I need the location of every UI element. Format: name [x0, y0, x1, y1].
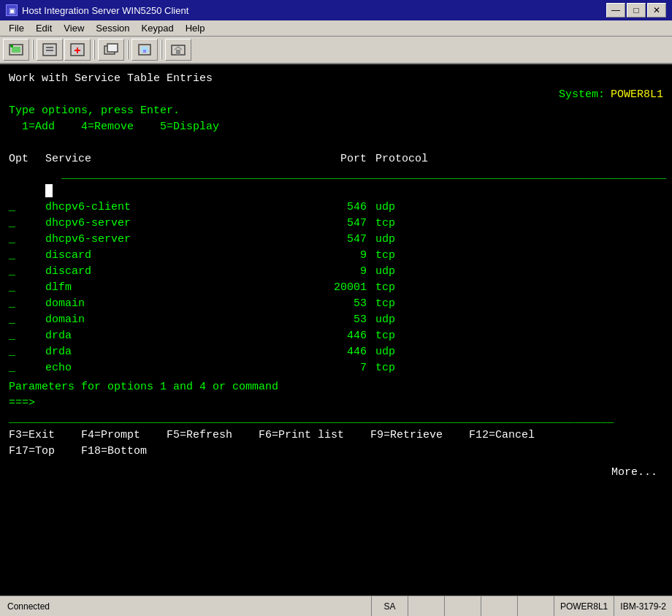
- menu-help[interactable]: Help: [180, 21, 211, 35]
- row-opt: _: [9, 328, 45, 343]
- maximize-button[interactable]: □: [627, 3, 646, 18]
- row-service: dhcpv6-server: [45, 232, 323, 247]
- row-protocol: udp: [367, 199, 395, 215]
- system-value: POWER8L1: [611, 87, 663, 102]
- row-protocol: tcp: [367, 280, 395, 295]
- status-seg-4: [481, 596, 517, 616]
- row-service: discard: [45, 248, 323, 263]
- system-line: System: POWER8L1: [9, 86, 663, 102]
- row-protocol: tcp: [367, 248, 395, 263]
- status-connected: Connected: [0, 601, 371, 612]
- svg-rect-5: [46, 47, 53, 48]
- toolbar-btn-3[interactable]: [64, 39, 91, 61]
- toolbar-sep-1: [32, 40, 34, 59]
- menu-keypad[interactable]: Keypad: [136, 21, 180, 35]
- menu-session[interactable]: Session: [90, 21, 135, 35]
- app-icon: ▣: [6, 4, 18, 16]
- row-service: echo: [45, 360, 323, 376]
- toolbar-btn-4[interactable]: [98, 39, 124, 61]
- terminal-area[interactable]: Work with Service Table Entries System: …: [0, 64, 672, 596]
- menu-file[interactable]: File: [3, 21, 30, 35]
- separator-line: ________________________________________…: [9, 167, 663, 183]
- toolbar-btn-2[interactable]: [37, 39, 63, 61]
- menu-edit[interactable]: Edit: [30, 21, 58, 35]
- row-port: 20001: [323, 280, 367, 295]
- status-system: POWER8L1: [554, 596, 614, 616]
- screen-title: Work with Service Table Entries: [9, 71, 213, 86]
- row-protocol: tcp: [367, 328, 395, 343]
- row-protocol: udp: [367, 312, 395, 327]
- more-indicator: More...: [611, 466, 657, 479]
- table-row: _ dlfm 20001 tcp: [9, 279, 663, 295]
- status-terminal: IBM-3179-2: [614, 596, 672, 616]
- row-port: 9: [323, 264, 367, 279]
- row-opt: _: [9, 216, 45, 231]
- toolbar-btn-5[interactable]: [131, 39, 158, 61]
- instructions-line: Type options, press Enter.: [9, 102, 663, 118]
- row-port: 547: [323, 216, 367, 231]
- row-service: domain: [45, 312, 323, 327]
- table-body: _ dhcpv6-client 546 udp _ dhcpv6-server …: [9, 199, 663, 376]
- cmd-input[interactable]: [38, 397, 476, 409]
- table-row: _ discard 9 tcp: [9, 247, 663, 263]
- row-protocol: tcp: [367, 296, 395, 311]
- title-bar: ▣ Host Integration Server WIN5250 Client…: [0, 0, 672, 20]
- row-port: 53: [323, 296, 367, 311]
- row-opt: _: [9, 296, 45, 311]
- table-row: _ dhcpv6-server 547 tcp: [9, 215, 663, 231]
- row-opt: _: [9, 199, 45, 215]
- menu-view[interactable]: View: [58, 21, 90, 35]
- cursor: [45, 184, 53, 197]
- svg-point-2: [10, 45, 13, 47]
- fkeys-line-1: F3=Exit F4=Prompt F5=Refresh F6=Print li…: [9, 427, 663, 443]
- row-opt: _: [9, 344, 45, 360]
- toolbar-sep-3: [127, 40, 129, 59]
- table-row: _ drda 446 tcp: [9, 327, 663, 343]
- row-port: 9: [323, 248, 367, 263]
- params-line: Parameters for options 1 and 4 or comman…: [9, 379, 663, 395]
- row-opt: _: [9, 312, 45, 327]
- params-text: Parameters for options 1 and 4 or comman…: [9, 379, 278, 395]
- row-protocol: udp: [367, 344, 395, 360]
- cmd-prompt: ===>: [9, 395, 35, 411]
- fkeys-text-1: F3=Exit F4=Prompt F5=Refresh F6=Print li…: [9, 427, 535, 443]
- minimize-button[interactable]: —: [606, 3, 625, 18]
- row-service: drda: [45, 328, 323, 343]
- status-bar: Connected SA POWER8L1 IBM-3179-2: [0, 596, 672, 616]
- row-port: 446: [323, 344, 367, 360]
- row-protocol: tcp: [367, 216, 395, 231]
- table-row: _ dhcpv6-server 547 udp: [9, 231, 663, 247]
- row-service: dlfm: [45, 280, 323, 295]
- instructions-text: Type options, press Enter.: [9, 103, 180, 118]
- toolbar-btn-6[interactable]: [165, 39, 191, 61]
- row-protocol: udp: [367, 232, 395, 247]
- status-sa: SA: [371, 596, 408, 616]
- row-opt: _: [9, 264, 45, 279]
- svg-rect-6: [46, 50, 53, 51]
- cmd-separator: ________________________________________…: [9, 411, 663, 427]
- table-row: _ domain 53 tcp: [9, 295, 663, 311]
- status-seg-3: [444, 596, 481, 616]
- status-seg-2: [408, 596, 444, 616]
- status-seg-5: [517, 596, 554, 616]
- row-port: 547: [323, 232, 367, 247]
- row-service: dhcpv6-client: [45, 199, 323, 215]
- row-opt: _: [9, 248, 45, 263]
- row-protocol: tcp: [367, 360, 395, 376]
- menu-bar: File Edit View Session Keypad Help: [0, 20, 672, 37]
- row-service: discard: [45, 264, 323, 279]
- table-row: _ drda 446 udp: [9, 343, 663, 360]
- row-service: domain: [45, 296, 323, 311]
- close-button[interactable]: ✕: [647, 3, 666, 18]
- table-row: _ domain 53 udp: [9, 311, 663, 327]
- table-row: _ echo 7 tcp: [9, 360, 663, 376]
- options-text: 1=Add 4=Remove 5=Display: [9, 119, 219, 134]
- cmd-prompt-line[interactable]: ===>: [9, 395, 663, 411]
- toolbar-sep-2: [93, 40, 95, 59]
- row-opt: _: [9, 360, 45, 376]
- row-port: 446: [323, 328, 367, 343]
- toolbar-btn-1[interactable]: [3, 39, 29, 61]
- main-window: ▣ Host Integration Server WIN5250 Client…: [0, 0, 672, 616]
- system-label: System:: [559, 87, 611, 102]
- svg-rect-1: [12, 47, 20, 53]
